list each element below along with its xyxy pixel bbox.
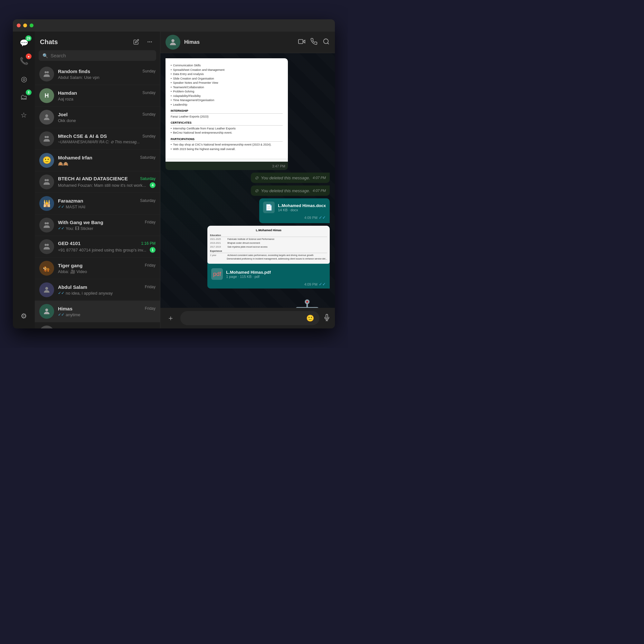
add-attachment-button[interactable]: ＋ [165,312,176,324]
message-sticker: 🤖 4:10 PM ✓✓ 😊 ↗ [285,291,330,308]
svg-point-0 [149,42,150,42]
chat-info: Mohamed Irfan Saturday 🙈🙈 [58,155,156,166]
deleted-msg-bubble: ⊘ You deleted this message. 4:07 PM [251,173,330,183]
chat-input-box[interactable]: 🙂 [180,311,319,325]
chat-info: Himas Friday ✓✓ anytime [58,306,156,317]
avatar [39,175,54,189]
file-name: L.Mohamed Himas.docx [278,203,326,208]
minimize-button[interactable] [23,24,27,27]
chat-item-ged-4101[interactable]: GED 4101 1:16 PM +91 87787 40714 joined … [35,236,160,258]
doc-image-content: • Communication Skills • Spreadsheet Cre… [166,58,288,158]
calls-badge: ● [26,53,32,59]
chat-item-random-finds[interactable]: Random finds Sunday Abdul Salam: Use vpn [35,63,160,85]
message-deleted-2: ⊘ You deleted this message. 4:07 PM [251,185,330,196]
search-bar[interactable]: 🔍 [39,50,156,61]
video-call-button[interactable] [298,38,305,47]
chat-info: BTECH AI AND DATASCIENCE Saturday Mohame… [58,176,156,188]
phone-call-button[interactable] [310,38,317,47]
deleted-icon: ⊘ [255,188,259,193]
avatar [39,282,54,297]
search-input[interactable] [51,53,152,58]
sidebar-item-chats[interactable]: 💬 29 [15,35,32,52]
chat-info: Faraazman Saturday ✓✓ MAST HAI [58,198,156,209]
msg-tick-icon: ✓✓ [319,215,326,220]
cv-thumbnail: L.Mohamed Himas Education 2021-2025 Fabr… [207,226,330,264]
chat-item-faraazman[interactable]: 🕌 Faraazman Saturday ✓✓ MAST HAI [35,193,160,214]
chat-item-tiger-gang[interactable]: 🐅 Tiger gang Friday Abba: 🎥 Video [35,258,160,279]
chat-info: Abdul Salam Friday ✓✓ no idea, i applied… [58,284,156,296]
avatar: 🐅 [39,261,54,276]
chat-time: Friday [145,285,156,289]
chat-item-himas[interactable]: Himas Friday ✓✓ anytime [35,301,160,322]
avatar [39,131,54,146]
avatar: 🙂 [39,153,54,168]
chats-badge: 29 [25,35,32,41]
chat-input-field[interactable] [185,316,303,321]
chat-list-header: Chats [35,32,160,50]
chat-item-joel[interactable]: Joel Sunday Okk done [35,107,160,128]
message-doc-preview: • Communication Skills • Spreadsheet Cre… [166,58,330,170]
microphone-button[interactable] [323,314,330,323]
menu-button[interactable] [145,37,155,47]
chat-header: Himas [160,32,335,53]
svg-point-1 [151,42,152,42]
chat-time: Sunday [142,90,156,95]
file-meta: 14 KB · docx [278,208,326,212]
starred-icon: ☆ [21,111,27,119]
message-cv-pdf: L.Mohamed Himas Education 2021-2025 Fabr… [207,226,330,289]
search-icon: 🔍 [43,53,48,58]
msg-time: 4:09 PM [304,282,317,286]
close-button[interactable] [17,24,21,27]
msg-bubble-incoming: • Communication Skills • Spreadsheet Cre… [166,58,288,170]
pdf-file-attachment: pdf L.Mohamed Himas.pdf 1 page · 115 KB … [211,268,326,280]
chat-item-btech-ai[interactable]: BTECH AI AND DATASCIENCE Saturday Mohame… [35,171,160,193]
svg-point-11 [47,222,49,224]
chat-item-mtech[interactable]: Mtech CSE & AI & DS Sunday ~UMAMAHESHUWA… [35,128,160,150]
chat-item-mohamed-irfan[interactable]: 🙂 Mohamed Irfan Saturday 🙈🙈 [35,150,160,171]
deleted-msg-bubble: ⊘ You deleted this message. 4:07 PM [251,185,330,196]
chat-item-hamdan[interactable]: H Hamdan Sunday Aaj roza [35,85,160,107]
sidebar-item-archive[interactable]: 🗂 8 [15,89,32,106]
chat-preview: ✓✓ anytime [58,312,81,317]
chat-info: Tiger gang Friday Abba: 🎥 Video [58,263,156,274]
chat-name: GED 4101 [58,241,81,246]
msg-time: 4:07 PM [313,176,326,180]
chat-preview: ~UMAMAHESHUWARI RA C: ⊘ This messag... [58,140,140,144]
deleted-text: You deleted this message. [261,188,310,193]
chat-info: GED 4101 1:16 PM +91 87787 40714 joined … [58,241,156,253]
chat-info: With Gang we Bang Friday ✓✓ You: 🎞 Stick… [58,220,156,231]
maximize-button[interactable] [30,24,33,27]
sidebar-item-settings[interactable]: ⚙ [15,308,32,325]
msg-tick-icon: ✓✓ [319,282,326,287]
avatar [39,326,54,328]
chat-time: Saturday [140,155,156,160]
chat-preview: ✓✓ You: 🎞 Sticker [58,226,93,231]
svg-point-12 [45,244,47,246]
chat-item-with-gang[interactable]: With Gang we Bang Friday ✓✓ You: 🎞 Stick… [35,214,160,236]
emoji-button[interactable]: 🙂 [306,314,314,322]
chat-name: Himas [58,306,72,311]
chat-time: Friday [145,263,156,268]
sidebar-item-starred[interactable]: ☆ [15,107,32,124]
sticker-bubble: 🤖 4:10 PM ✓✓ [285,291,330,308]
avatar [39,110,54,125]
deleted-text: You deleted this message. [261,175,310,180]
file-icon: 📄 [263,202,275,213]
svg-point-5 [45,114,48,117]
chat-list: Random finds Sunday Abdul Salam: Use vpn… [35,63,160,328]
chat-info: Random finds Sunday Abdul Salam: Use vpn [58,69,156,80]
chat-window: Himas [160,32,335,328]
chat-item-abdul-salam[interactable]: Abdul Salam Friday ✓✓ no idea, i applied… [35,279,160,301]
sidebar-item-calls[interactable]: 📞 ● [15,53,32,70]
chat-item-fadhil-ahmed[interactable]: Fadhil Ahmed Friday [35,322,160,328]
chat-time: Sunday [142,134,156,138]
msg-time: 3:47 PM [272,164,285,168]
search-button[interactable] [323,38,330,47]
chat-header-name: Himas [184,39,294,45]
sidebar-item-status[interactable]: ◎ [15,71,32,88]
chat-time: Saturday [140,176,156,181]
new-chat-button[interactable] [131,37,141,47]
svg-point-6 [45,136,47,138]
avatar [39,67,54,81]
chat-name: Mtech CSE & AI & DS [58,133,107,139]
